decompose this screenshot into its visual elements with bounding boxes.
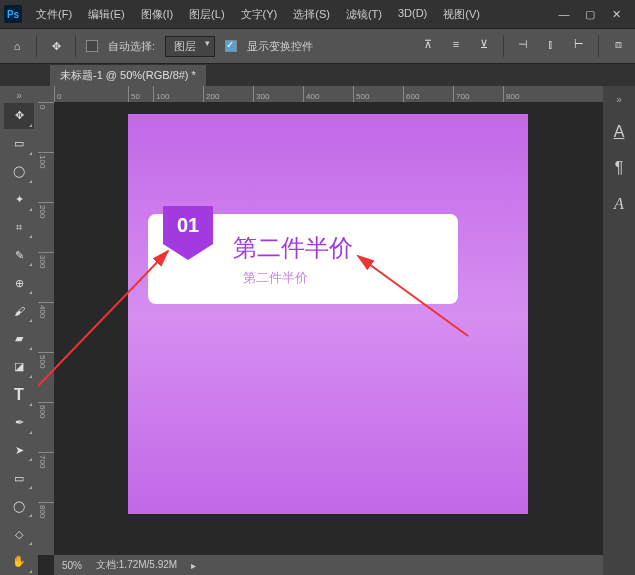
auto-select-checkbox[interactable] [86,40,98,52]
eyedropper-tool[interactable]: ✎ [4,242,34,268]
align-vcenter-icon[interactable]: ≡ [447,35,465,53]
options-bar: ⌂ ✥ 自动选择: 图层 显示变换控件 ⊼ ≡ ⊻ ⊣ ⫿ ⊢ ⧈ [0,28,635,64]
ruler-tick: 500 [353,86,403,102]
show-transform-label: 显示变换控件 [247,39,313,54]
doc-size: 文档:1.72M/5.92M [96,558,177,572]
status-more-icon[interactable]: ▸ [191,560,196,571]
ruler-tick: 300 [253,86,303,102]
menu-image[interactable]: 图像(I) [135,3,179,26]
minimize-button[interactable]: — [557,8,571,21]
show-transform-checkbox[interactable] [225,40,237,52]
pen-tool[interactable]: ✒ [4,410,34,436]
marquee-tool[interactable]: ▭ [4,131,34,157]
document-tab[interactable]: 未标题-1 @ 50%(RGB/8#) * [50,65,206,86]
hand-tool[interactable]: ✋ [4,549,34,575]
path-select-tool[interactable]: ➤ [4,438,34,464]
badge-number: 01 [163,206,213,244]
menu-file[interactable]: 文件(F) [30,3,78,26]
move-icon[interactable]: ✥ [47,37,65,55]
ruler-tick: 500 [38,352,54,402]
align-top-icon[interactable]: ⊼ [419,35,437,53]
card-title: 第二件半价 [233,232,353,264]
menu-select[interactable]: 选择(S) [287,3,336,26]
healing-tool[interactable]: ⊕ [4,270,34,296]
type-tool[interactable]: T [4,382,34,408]
character-panel-icon[interactable]: A [614,123,625,141]
ruler-tick: 100 [38,152,54,202]
glyphs-panel-icon[interactable]: A [614,195,624,213]
ruler-tick: 800 [38,502,54,552]
card-subtitle: 第二件半价 [243,269,308,287]
document-canvas[interactable]: 01 第二件半价 第二件半价 [128,114,528,514]
align-left-icon[interactable]: ⊣ [514,35,532,53]
expand-palette-icon[interactable]: » [16,90,22,101]
menu-filter[interactable]: 滤镜(T) [340,3,388,26]
ruler-vertical[interactable]: 0 100 200 300 400 500 600 700 800 [38,102,54,555]
separator [503,35,504,57]
align-tools: ⊼ ≡ ⊻ ⊣ ⫿ ⊢ ⧈ [419,35,627,57]
maximize-button[interactable]: ▢ [583,8,597,21]
ruler-tick: 600 [38,402,54,452]
app-logo: Ps [4,5,22,23]
ruler-tick: 700 [453,86,503,102]
rectangle-tool[interactable]: ▭ [4,465,34,491]
ruler-tick: 0 [38,102,54,152]
ruler-tick: 400 [303,86,353,102]
main-area: » ✥ ▭ ◯ ✦ ⌗ ✎ ⊕ 🖌 ▰ ◪ T ✒ ➤ ▭ ◯ ◇ ✋ 0 50… [0,86,635,575]
document-bar: 未标题-1 @ 50%(RGB/8#) * [0,64,635,86]
ruler-tick: 800 [503,86,553,102]
ruler-tick: 300 [38,252,54,302]
expand-right-icon[interactable]: » [616,94,622,105]
ruler-tick: 700 [38,452,54,502]
ruler-tick: 400 [38,302,54,352]
auto-select-label: 自动选择: [108,39,155,54]
menu-type[interactable]: 文字(Y) [235,3,284,26]
separator [75,35,76,57]
zoom-level[interactable]: 50% [62,560,82,571]
promo-card: 01 第二件半价 第二件半价 [148,214,458,304]
auto-select-dropdown[interactable]: 图层 [165,36,215,57]
menu-edit[interactable]: 编辑(E) [82,3,131,26]
tool-palette: » ✥ ▭ ◯ ✦ ⌗ ✎ ⊕ 🖌 ▰ ◪ T ✒ ➤ ▭ ◯ ◇ ✋ [0,86,38,575]
align-right-icon[interactable]: ⊢ [570,35,588,53]
paragraph-panel-icon[interactable]: ¶ [615,159,624,177]
ellipse-tool[interactable]: ◯ [4,493,34,519]
3d-mode-icon[interactable]: ⧈ [609,35,627,53]
ruler-horizontal[interactable]: 0 50 100 200 300 400 500 600 700 800 [54,86,603,102]
magic-wand-tool[interactable]: ✦ [4,187,34,213]
ruler-tick: 600 [403,86,453,102]
main-menu: 文件(F) 编辑(E) 图像(I) 图层(L) 文字(Y) 选择(S) 滤镜(T… [30,3,486,26]
status-bar: 50% 文档:1.72M/5.92M ▸ [54,555,603,575]
eraser-tool[interactable]: ◪ [4,354,34,380]
close-button[interactable]: ✕ [609,8,623,21]
window-controls: — ▢ ✕ [557,8,631,21]
separator [598,35,599,57]
menu-layer[interactable]: 图层(L) [183,3,230,26]
canvas-viewport: 0 50 100 200 300 400 500 600 700 800 0 1… [38,86,603,575]
align-bottom-icon[interactable]: ⊻ [475,35,493,53]
menu-view[interactable]: 视图(V) [437,3,486,26]
ruler-tick: 200 [38,202,54,252]
brush-tool[interactable]: 🖌 [4,298,34,324]
custom-shape-tool[interactable]: ◇ [4,521,34,547]
menu-3d[interactable]: 3D(D) [392,3,433,26]
move-tool[interactable]: ✥ [4,103,34,129]
ruler-corner [38,86,54,102]
align-hcenter-icon[interactable]: ⫿ [542,35,560,53]
ruler-tick: 200 [203,86,253,102]
stamp-tool[interactable]: ▰ [4,326,34,352]
ruler-tick: 100 [153,86,203,102]
titlebar: Ps 文件(F) 编辑(E) 图像(I) 图层(L) 文字(Y) 选择(S) 滤… [0,0,635,28]
ruler-tick: 50 [128,86,153,102]
lasso-tool[interactable]: ◯ [4,159,34,185]
separator [36,35,37,57]
home-icon[interactable]: ⌂ [8,37,26,55]
crop-tool[interactable]: ⌗ [4,215,34,241]
right-panel: » A ¶ A [603,86,635,575]
ruler-tick: 0 [54,86,128,102]
